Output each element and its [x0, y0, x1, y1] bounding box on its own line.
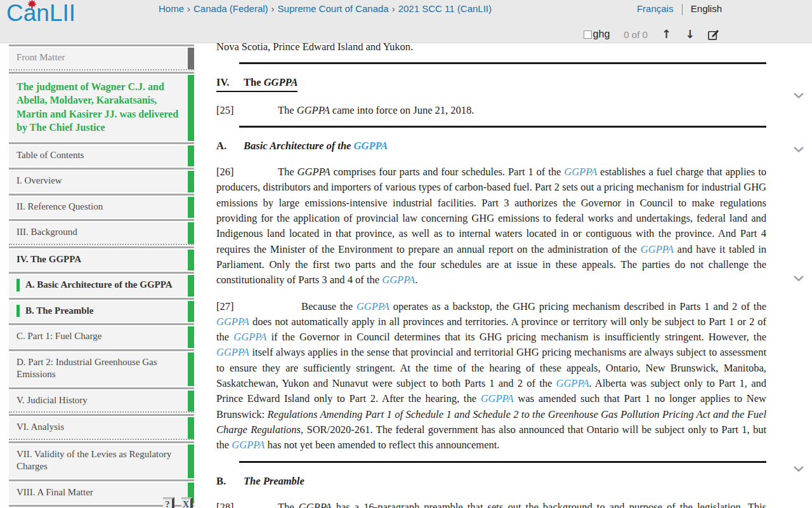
toc-item-label: Front Matter — [16, 52, 65, 62]
section-color-rail — [188, 197, 194, 218]
highlight-checkbox[interactable] — [584, 30, 592, 39]
toc-item-label: VI. Analysis — [16, 422, 64, 432]
text-segment: comprises four parts and four schedules.… — [331, 166, 565, 178]
paragraph-number: [25] — [216, 103, 278, 118]
text-segment: The — [278, 501, 299, 508]
statute-link[interactable]: GGPPA — [354, 140, 388, 152]
toc-item-label: VII. Validity of the Levies as Regulator… — [16, 449, 171, 472]
paragraph-number: IV. — [216, 75, 244, 90]
canlii-logo-text: CanLII — [6, 0, 75, 26]
statute-link[interactable]: GGPPA — [481, 392, 514, 404]
toc-item[interactable]: The judgment of Wagner C.J. and Abella, … — [9, 75, 194, 141]
collapse-chevron-icon[interactable] — [793, 275, 804, 282]
statute-link[interactable]: GGPPA — [564, 166, 597, 178]
paragraph: [25]The GGPPA came into force on June 21… — [216, 103, 766, 118]
statute-link[interactable]: GGPPA — [382, 274, 415, 286]
section-color-rail — [188, 222, 194, 244]
section-color-rail — [188, 75, 194, 141]
help-button[interactable]: ? — [163, 497, 174, 508]
section-color-rail — [188, 48, 194, 69]
collapse-chevron-icon[interactable] — [793, 146, 804, 153]
language-english-current: English — [691, 3, 722, 14]
statute-link[interactable]: GGPPA — [556, 377, 589, 389]
toc-item-label: A. Basic Architecture of the GGPPA — [16, 279, 181, 291]
judgment-document-pane: Nova Scotia, Prince Edward Island and Yu… — [194, 43, 812, 508]
toc-item[interactable]: V. Judicial History — [9, 391, 194, 413]
text-segment: establishes a fuel charge that applies t… — [216, 166, 766, 255]
toc-item[interactable]: B. The Preamble — [9, 301, 194, 323]
toc-item-label: V. Judicial History — [16, 395, 88, 405]
statute-link[interactable]: GGPPA — [357, 300, 390, 312]
breadcrumb-item[interactable]: Home› — [159, 3, 193, 14]
section-color-rail — [188, 171, 194, 192]
text-segment: Because the — [301, 300, 357, 312]
collapse-chevron-icon[interactable] — [793, 465, 804, 472]
text-segment: The Preamble — [244, 475, 304, 487]
close-sidebar-button[interactable]: X — [181, 497, 193, 508]
sidebar-footer-buttons: ? X — [159, 497, 193, 508]
canlii-logo[interactable]: CanLII — [6, 0, 75, 27]
section-color-rail — [188, 352, 194, 386]
statute-link[interactable]: GGPPA — [641, 243, 674, 255]
statute-link[interactable]: GGPPA — [216, 346, 249, 358]
statute-link[interactable]: GGPPA — [216, 316, 249, 328]
breadcrumb-separator: › — [272, 3, 275, 14]
language-divider — [682, 4, 683, 15]
breadcrumb-separator: › — [392, 3, 395, 14]
table-of-contents-sidebar: Front Matter The judgment of Wagner C.J.… — [9, 43, 194, 508]
toc-item-label: VIII. A Final Matter — [16, 487, 93, 497]
page-rule — [239, 126, 766, 128]
breadcrumb-link: 2021 SCC 11 (CanLII) — [398, 3, 492, 14]
language-switcher: Français English — [637, 3, 722, 15]
text-segment: GGPPA — [298, 166, 331, 178]
next-match-arrow-icon[interactable]: ↓ — [685, 29, 695, 40]
breadcrumb-item[interactable]: Canada (Federal)› — [193, 3, 278, 14]
toc-item[interactable]: A. Basic Architecture of the GGPPA — [9, 275, 194, 297]
breadcrumb-item[interactable]: Supreme Court of Canada› — [278, 3, 398, 14]
text-segment: operates as a backstop, the GHG pricing … — [390, 300, 766, 312]
breadcrumb-link[interactable]: Canada (Federal) — [193, 3, 268, 14]
text-segment: . — [415, 274, 417, 286]
breadcrumb-link[interactable]: Home — [159, 3, 184, 14]
paragraph-number: A. — [216, 138, 244, 154]
toc-item-label: III. Background — [16, 227, 77, 237]
text-segment: GGPPA — [264, 76, 298, 88]
section-color-rail — [188, 275, 194, 297]
toc-item[interactable]: VI. Analysis — [9, 417, 194, 440]
toc-item[interactable]: II. Reference Question — [9, 197, 194, 218]
breadcrumb: Home›Canada (Federal)›Supreme Court of C… — [159, 3, 492, 14]
toc-item[interactable]: Front Matter — [9, 48, 194, 70]
toc-item-label: The judgment of Wagner C.J. and Abella, … — [16, 81, 178, 133]
section-color-rail — [188, 391, 194, 412]
toc-item-label: IV. The GGPPA — [16, 254, 81, 264]
toc-item[interactable]: I. Overview — [9, 171, 194, 192]
text-segment: GGPPA — [299, 501, 332, 508]
text-segment: Basic Architecture of the — [244, 140, 354, 152]
previous-match-arrow-icon[interactable]: ↑ — [662, 29, 671, 40]
match-count: 0 of 0 — [624, 29, 648, 40]
toc-item[interactable]: Table of Contents — [9, 145, 194, 167]
text-segment: Nova Scotia, Prince Edward Island and Yu… — [216, 43, 413, 53]
statute-link[interactable]: GGPPA — [232, 439, 265, 451]
paragraph: [27]Because the GGPPA operates as a back… — [216, 299, 766, 453]
toc-item-label: B. The Preamble — [16, 305, 181, 318]
collapse-chevron-icon[interactable] — [793, 92, 804, 99]
page-rule — [239, 62, 766, 64]
section-heading: A.Basic Architecture of the GGPPA — [216, 138, 766, 154]
toc-item-label: I. Overview — [16, 175, 62, 185]
toc-item[interactable]: IV. The GGPPA — [9, 250, 194, 271]
language-french-link[interactable]: Français — [637, 3, 674, 14]
text-segment: The — [278, 166, 298, 178]
section-heading: IV.The GGPPA — [216, 75, 766, 91]
breadcrumb-link[interactable]: Supreme Court of Canada — [278, 3, 389, 14]
toc-item[interactable]: C. Part 1: Fuel Charge — [9, 326, 194, 348]
paragraph-number: [27] — [216, 299, 301, 314]
toc-item[interactable]: D. Part 2: Industrial Greenhouse Gas Emi… — [9, 352, 194, 386]
statute-link[interactable]: GGPPA — [233, 331, 266, 343]
edit-search-icon[interactable] — [707, 29, 719, 41]
toc-item[interactable]: III. Background — [9, 222, 194, 245]
section-color-rail — [188, 417, 194, 439]
breadcrumb-item: 2021 SCC 11 (CanLII) — [398, 3, 492, 14]
find-in-document-bar: ghg 0 of 0 ↑ ↓ — [584, 28, 719, 41]
toc-item[interactable]: VII. Validity of the Levies as Regulator… — [9, 444, 194, 478]
